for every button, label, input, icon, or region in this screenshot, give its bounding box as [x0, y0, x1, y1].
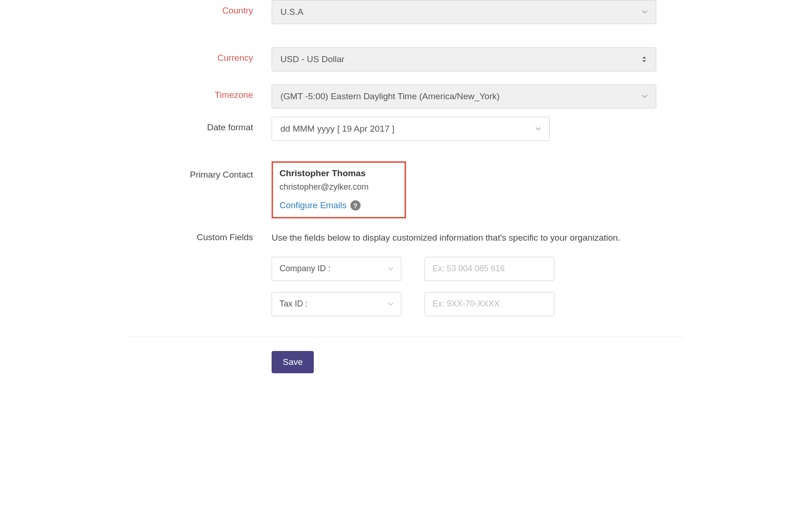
save-button[interactable]: Save [272, 351, 314, 373]
chevron-down-icon [642, 95, 647, 98]
custom-field-2-type-select[interactable]: Tax ID : [272, 292, 401, 316]
custom-field-1-type-select[interactable]: Company ID : [272, 257, 401, 281]
custom-field-1-input[interactable] [425, 257, 554, 281]
timezone-value: (GMT -5:00) Eastern Daylight Time (Ameri… [280, 91, 500, 102]
chevron-down-icon [388, 267, 393, 271]
dateformat-select[interactable]: dd MMM yyyy [ 19 Apr 2017 ] [272, 117, 550, 141]
dateformat-label: Date format [128, 117, 272, 133]
configure-emails-link[interactable]: Configure Emails [279, 200, 347, 210]
chevron-down-icon [642, 10, 647, 14]
custom-field-2-input[interactable] [425, 292, 554, 316]
chevron-down-icon [535, 127, 541, 131]
help-icon[interactable]: ? [350, 200, 361, 210]
sort-icon [642, 56, 647, 63]
contact-name: Christopher Thomas [279, 168, 398, 179]
country-label: Country [128, 0, 272, 16]
custom-field-2-type-value: Tax ID : [279, 299, 308, 309]
primary-contact-box: Christopher Thomas christopher@zylker.co… [272, 161, 406, 218]
country-select[interactable]: U.S.A [272, 0, 656, 24]
chevron-down-icon [388, 302, 393, 306]
dateformat-value: dd MMM yyyy [ 19 Apr 2017 ] [280, 124, 394, 134]
primary-contact-label: Primary Contact [128, 164, 272, 180]
contact-email: christopher@zylker.com [279, 182, 398, 192]
currency-select[interactable]: USD - US Dollar [272, 47, 656, 71]
timezone-label: Timezone [128, 84, 272, 100]
country-value: U.S.A [280, 7, 304, 17]
divider [128, 337, 684, 337]
currency-value: USD - US Dollar [280, 54, 344, 64]
custom-field-1-type-value: Company ID : [279, 264, 330, 274]
custom-fields-description: Use the fields below to display customiz… [272, 231, 624, 245]
timezone-select[interactable]: (GMT -5:00) Eastern Daylight Time (Ameri… [272, 84, 656, 108]
currency-label: Currency [128, 47, 272, 63]
custom-fields-label: Custom Fields [128, 231, 272, 242]
